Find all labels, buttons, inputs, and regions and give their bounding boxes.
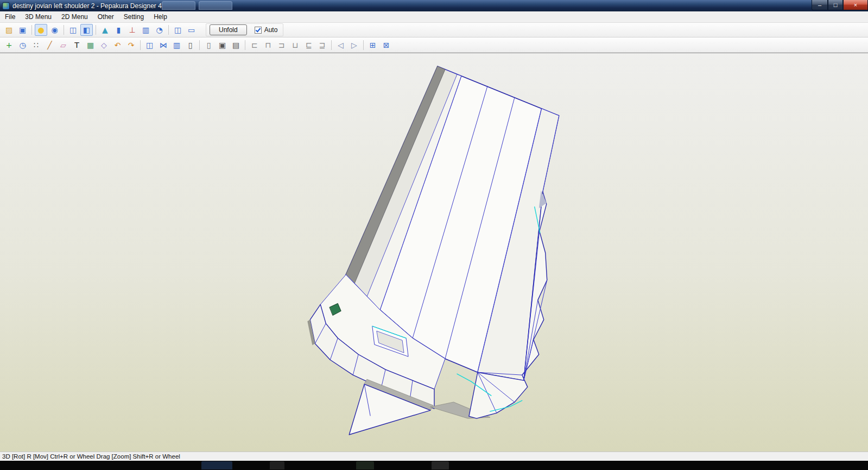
background-window-tab	[162, 1, 195, 10]
menu-help[interactable]: Help	[149, 11, 172, 22]
light-toggle-icon: ●	[37, 26, 44, 34]
zoom-rotate-button[interactable]: ◔	[153, 24, 166, 36]
window-title: destiny jovian left shoulder 2 - Pepakur…	[12, 2, 162, 10]
menu-2d-menu[interactable]: 2D Menu	[56, 11, 93, 22]
toolbar-separator	[199, 40, 200, 50]
cylinder-primitive-icon: ▮	[117, 26, 121, 34]
taskbar-item[interactable]	[201, 461, 232, 469]
print-icon: ▤	[232, 41, 239, 49]
flip-left-icon: ◁	[338, 41, 344, 49]
minimize-button[interactable]: –	[812, 0, 828, 10]
save-button[interactable]: ▣	[16, 24, 29, 36]
toolbar-separator	[31, 25, 32, 35]
capture-button[interactable]: ▣	[216, 39, 229, 51]
toolbar-separator	[168, 25, 169, 35]
text-tool-button[interactable]: T	[71, 39, 83, 51]
taskbar-item[interactable]	[432, 461, 449, 469]
align-top-button[interactable]: ⊔	[289, 39, 301, 51]
chart-button[interactable]: ▥	[170, 39, 183, 51]
page-setup-button[interactable]: ▯	[184, 39, 197, 51]
arrange-all-button[interactable]: ⊠	[380, 39, 392, 51]
page-setup-icon: ▯	[188, 41, 193, 49]
axis-button[interactable]: ⊥	[126, 24, 138, 36]
pattern-cut-icon: ⋈	[160, 41, 167, 49]
open-file-button[interactable]: ▨	[3, 24, 15, 36]
pan-tool-button[interactable]: +	[3, 39, 15, 51]
light-toggle-button[interactable]: ●	[35, 24, 47, 36]
auto-checkbox[interactable]	[255, 27, 262, 34]
arrange-parts-button[interactable]: ⊞	[366, 39, 379, 51]
toolbar-2d-icons: +◷∷╱▱T▦◇↶↷◫⋈▥▯▯▣▤⊏⊓⊐⊔⊑⊒◁▷⊞⊠	[2, 39, 393, 51]
auto-checkbox-label: Auto	[264, 26, 278, 34]
layout-both-windows-button[interactable]: ◫	[172, 24, 184, 36]
maximize-button[interactable]: □	[828, 0, 843, 10]
toolbar-separator	[96, 25, 96, 35]
align-middle-button[interactable]: ⊑	[302, 39, 315, 51]
close-button[interactable]: ×	[843, 0, 868, 10]
toolbar-main-icons: ▨▣●◉◫◧▲▮⊥▥◔◫▭	[2, 24, 198, 36]
print-button[interactable]: ▤	[230, 39, 242, 51]
pattern-cut-button[interactable]: ⋈	[157, 39, 169, 51]
image-insert-icon: ▦	[87, 41, 94, 49]
eraser-icon: ▱	[60, 41, 66, 49]
align-right-button[interactable]: ⊐	[275, 39, 288, 51]
background-window-tab	[199, 1, 232, 10]
text-tool-icon: T	[74, 41, 79, 49]
cone-primitive-button[interactable]: ▲	[99, 24, 111, 36]
align-right-icon: ⊐	[278, 41, 285, 49]
select-box-button[interactable]: ◫	[67, 24, 79, 36]
rotate-view-button[interactable]: ◉	[48, 24, 61, 36]
flip-left-button[interactable]: ◁	[334, 39, 347, 51]
toolbar-separator	[140, 40, 141, 50]
flip-right-button[interactable]: ▷	[348, 39, 360, 51]
select-box-icon: ◫	[69, 26, 77, 34]
taskbar[interactable]	[0, 461, 868, 470]
checkmark-icon	[255, 27, 261, 32]
app-icon	[2, 2, 10, 10]
texture-view-button[interactable]: ▥	[140, 24, 152, 36]
taskbar-item[interactable]	[270, 461, 284, 469]
align-bottom-button[interactable]: ⊒	[316, 39, 328, 51]
texture-view-icon: ▥	[142, 26, 149, 34]
snap-grid-button[interactable]: ∷	[30, 39, 42, 51]
save-icon: ▣	[19, 26, 26, 34]
box-tool-button[interactable]: ◇	[98, 39, 110, 51]
book-view-button[interactable]: ◫	[143, 39, 156, 51]
measure-button[interactable]: ◷	[16, 39, 29, 51]
undo-icon: ↶	[115, 41, 121, 49]
menu-bar: File3D Menu2D MenuOtherSettingHelp	[0, 11, 868, 23]
cone-primitive-icon: ▲	[102, 26, 108, 34]
align-left-button[interactable]: ⊏	[248, 39, 261, 51]
app-window: destiny jovian left shoulder 2 - Pepakur…	[0, 0, 868, 470]
snap-grid-icon: ∷	[34, 41, 39, 49]
status-text: 3D [Rot] R [Mov] Ctrl+R or Wheel Drag [Z…	[2, 453, 180, 460]
layout-2d-window-button[interactable]: ▭	[185, 24, 198, 36]
select-face-button[interactable]: ◧	[80, 24, 93, 36]
toolbar-separator	[331, 40, 332, 50]
rotate-view-icon: ◉	[51, 26, 58, 34]
undo-button[interactable]: ↶	[111, 39, 124, 51]
export-page-button[interactable]: ▯	[202, 39, 215, 51]
menu-file[interactable]: File	[0, 11, 20, 22]
viewport-3d[interactable]	[0, 53, 868, 452]
align-middle-icon: ⊑	[306, 41, 312, 49]
eraser-button[interactable]: ▱	[57, 39, 69, 51]
image-insert-button[interactable]: ▦	[84, 39, 97, 51]
align-bottom-icon: ⊒	[319, 41, 326, 49]
menu-other[interactable]: Other	[93, 11, 119, 22]
menu-setting[interactable]: Setting	[119, 11, 149, 22]
capture-icon: ▣	[219, 41, 226, 49]
cylinder-primitive-button[interactable]: ▮	[112, 24, 125, 36]
taskbar-item[interactable]	[356, 461, 374, 469]
title-bar[interactable]: destiny jovian left shoulder 2 - Pepakur…	[0, 0, 868, 11]
redo-button[interactable]: ↷	[125, 39, 137, 51]
export-page-icon: ▯	[207, 41, 211, 49]
menu-3d-menu[interactable]: 3D Menu	[20, 11, 56, 22]
unfold-button[interactable]: Unfold	[210, 24, 247, 35]
align-center-h-icon: ⊓	[265, 41, 271, 49]
model-svg	[0, 53, 868, 452]
align-center-h-button[interactable]: ⊓	[262, 39, 274, 51]
layout-both-windows-icon: ◫	[174, 26, 181, 34]
draw-line-button[interactable]: ╱	[43, 39, 56, 51]
toolbar-main: ▨▣●◉◫◧▲▮⊥▥◔◫▭ Unfold Auto	[0, 23, 868, 37]
